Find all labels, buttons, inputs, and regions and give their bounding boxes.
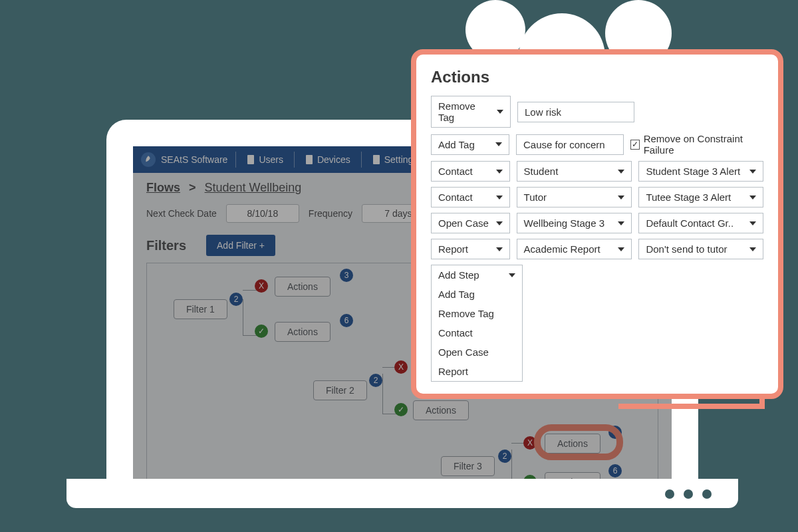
chevron-down-icon (618, 170, 624, 174)
action-value-input[interactable]: Low risk (517, 102, 634, 122)
add-step-option[interactable]: Report (432, 362, 522, 381)
trackpad-notch (356, 479, 449, 489)
dropdown-label: Student (524, 166, 559, 177)
count-badge: 6 (608, 464, 622, 477)
base-dots (665, 489, 712, 499)
nav-divider (235, 152, 236, 168)
dropdown-label: Contact (438, 192, 473, 203)
nav-divider (294, 152, 295, 168)
frequency-label: Frequency (309, 208, 352, 219)
connector (382, 374, 383, 414)
action-type-dropdown[interactable]: Remove Tag (431, 96, 511, 128)
filter-node-2[interactable]: Filter 2 (313, 380, 367, 400)
actions-node[interactable]: Actions (275, 277, 331, 297)
filter-node-3[interactable]: Filter 3 (441, 456, 495, 476)
action-row: Contact Student Student Stage 3 Alert (431, 161, 763, 182)
nav-users[interactable]: Users (244, 154, 286, 165)
action-row: Remove Tag Low risk (431, 96, 763, 128)
next-check-input[interactable]: 8/10/18 (226, 204, 299, 223)
action-type-dropdown[interactable]: Contact (431, 161, 510, 182)
chevron-down-icon (749, 196, 756, 200)
dropdown-label: Remove Tag (438, 100, 491, 123)
actions-popup: Actions Remove Tag Low risk Add Tag Caus… (411, 49, 783, 399)
chevron-down-icon (618, 221, 624, 225)
actions-node[interactable]: Actions (275, 322, 331, 342)
action-template-dropdown[interactable]: Don't send to tutor (638, 239, 763, 259)
nav-label: Users (259, 154, 283, 165)
action-target-dropdown[interactable]: Tutor (517, 187, 632, 207)
action-target-dropdown[interactable]: Wellbeing Stage 3 (517, 213, 632, 233)
nav-devices[interactable]: Devices (303, 154, 353, 165)
add-step-option[interactable]: Open Case (432, 342, 522, 362)
dropdown-label: Tutee Stage 3 Alert (646, 192, 731, 203)
add-step-dropdown[interactable]: Add Step (432, 265, 522, 285)
nav-divider (361, 152, 362, 168)
filter-node-1[interactable]: Filter 1 (174, 299, 227, 319)
chevron-down-icon (496, 170, 503, 174)
breadcrumb-sep: > (184, 181, 201, 194)
breadcrumb-flows[interactable]: Flows (146, 181, 180, 194)
svg-rect-1 (306, 155, 313, 164)
count-badge: 2 (369, 374, 382, 387)
chevron-down-icon (749, 221, 756, 225)
action-type-dropdown[interactable]: Report (431, 239, 510, 259)
svg-rect-0 (247, 155, 254, 164)
brand-label: SEAtS Software (161, 154, 227, 165)
actions-node[interactable]: Actions (413, 400, 469, 420)
action-row: Add Tag Cause for concern ✓ Remove on Co… (431, 133, 763, 156)
dropdown-label: Add Step (438, 269, 479, 281)
action-type-dropdown[interactable]: Add Tag (431, 134, 509, 155)
action-value-input[interactable]: Cause for concern (516, 134, 624, 155)
x-icon[interactable]: X (394, 360, 408, 374)
chevron-down-icon (496, 247, 503, 251)
action-type-dropdown[interactable]: Contact (431, 187, 510, 207)
action-row: Contact Tutor Tutee Stage 3 Alert (431, 187, 763, 207)
svg-rect-2 (373, 155, 380, 164)
input-value: Cause for concern (523, 139, 605, 150)
dot-icon (684, 489, 693, 499)
document-icon (247, 155, 255, 164)
action-type-dropdown[interactable]: Open Case (431, 213, 510, 233)
action-target-dropdown[interactable]: Academic Report (517, 239, 632, 259)
add-step-menu: Add Step Add Tag Remove Tag Contact Open… (431, 265, 523, 382)
action-row: Report Academic Report Don't send to tut… (431, 239, 763, 259)
dropdown-label: Wellbeing Stage 3 (524, 217, 604, 229)
chevron-down-icon (497, 110, 503, 114)
connector (243, 299, 243, 335)
laptop-base (66, 479, 738, 508)
checkbox-icon: ✓ (630, 140, 640, 150)
chevron-down-icon (618, 247, 624, 251)
action-row: Open Case Wellbeing Stage 3 Default Cont… (431, 213, 763, 233)
count-badge: 2 (498, 450, 511, 463)
dropdown-label: Default Contact Gr.. (646, 217, 733, 229)
checkbox-label: Remove on Constraint Failure (644, 133, 763, 156)
chevron-down-icon (749, 247, 756, 251)
chevron-down-icon (749, 170, 756, 174)
chevron-down-icon (496, 221, 503, 225)
next-check-label: Next Check Date (146, 208, 217, 219)
input-value: Low risk (525, 106, 561, 118)
dropdown-label: Student Stage 3 Alert (646, 166, 740, 177)
brand: SEAtS Software (141, 152, 227, 167)
add-step-option[interactable]: Contact (432, 323, 522, 342)
x-icon[interactable]: X (255, 279, 268, 293)
filters-title: Filters (146, 238, 186, 253)
check-icon[interactable]: ✓ (255, 325, 268, 338)
dot-icon (702, 489, 712, 499)
action-template-dropdown[interactable]: Tutee Stage 3 Alert (638, 187, 763, 207)
action-target-dropdown[interactable]: Student (517, 161, 632, 182)
brand-leaf-icon (141, 152, 156, 167)
check-icon[interactable]: ✓ (394, 403, 408, 416)
breadcrumb-current[interactable]: Student Wellbeing (205, 181, 302, 194)
highlight-ring (534, 424, 623, 460)
remove-on-failure-checkbox[interactable]: ✓ Remove on Constraint Failure (630, 133, 763, 156)
action-template-dropdown[interactable]: Default Contact Gr.. (638, 213, 763, 233)
count-badge: 3 (340, 269, 353, 282)
add-step-option[interactable]: Add Tag (432, 285, 522, 304)
action-template-dropdown[interactable]: Student Stage 3 Alert (638, 161, 763, 182)
add-step-option[interactable]: Remove Tag (432, 304, 522, 323)
add-filter-button[interactable]: Add Filter + (206, 235, 275, 256)
chevron-down-icon (618, 196, 624, 200)
dropdown-label: Academic Report (524, 243, 600, 255)
chevron-down-icon (495, 142, 502, 146)
